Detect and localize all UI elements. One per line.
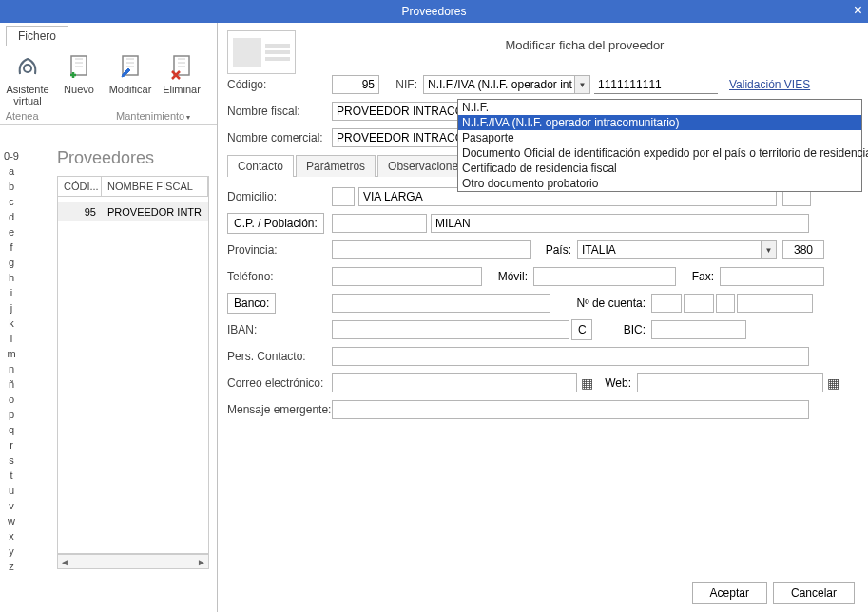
movil-input[interactable] <box>533 267 676 286</box>
cp-poblacion-button[interactable]: C.P. / Población: <box>227 213 324 234</box>
alpha-e[interactable]: e <box>9 224 14 239</box>
tab-contacto[interactable]: Contacto <box>227 155 294 177</box>
alpha-u[interactable]: u <box>9 483 14 498</box>
qr-icon[interactable]: ▦ <box>581 375 593 391</box>
nif-option[interactable]: Otro documento probatorio <box>458 176 861 191</box>
alpha-l[interactable]: l <box>10 331 12 346</box>
alpha-f[interactable]: f <box>10 239 12 255</box>
alpha-n[interactable]: n <box>9 361 14 376</box>
image-placeholder-icon[interactable] <box>227 30 296 74</box>
correo-input[interactable] <box>332 373 577 392</box>
alpha-t[interactable]: t <box>10 468 12 483</box>
alpha-j[interactable]: j <box>10 300 12 316</box>
alpha-b[interactable]: b <box>9 179 14 194</box>
alpha-ñ[interactable]: ñ <box>9 376 14 392</box>
alpha-y[interactable]: y <box>9 544 14 559</box>
alpha-r[interactable]: r <box>10 437 13 452</box>
alpha-s[interactable]: s <box>9 452 14 468</box>
nif-option[interactable]: N.I.F./IVA (N.I.F. operador intracomunit… <box>458 115 861 130</box>
nif-value-input[interactable] <box>594 75 718 94</box>
pais-combo[interactable]: ▼ <box>577 240 777 259</box>
horizontal-scrollbar[interactable]: ◄ ► <box>57 554 209 569</box>
banco-input[interactable] <box>332 294 550 313</box>
alpha-i[interactable]: i <box>10 285 12 300</box>
chevron-down-icon[interactable]: ▼ <box>574 76 589 93</box>
label-fax: Fax: <box>676 270 714 283</box>
ribbon-group-mantenimiento[interactable]: Mantenimiento <box>97 110 209 122</box>
mensaje-input[interactable] <box>332 400 809 419</box>
svg-point-0 <box>24 65 31 72</box>
poblacion-input[interactable] <box>431 214 809 233</box>
codigo-input[interactable] <box>332 75 379 94</box>
label-cuenta: Nº de cuenta: <box>550 296 646 310</box>
assistant-icon <box>12 51 43 82</box>
ribbon-group-atenea: Atenea <box>4 110 40 122</box>
validacion-vies-link[interactable]: Validación VIES <box>729 78 810 91</box>
alpha-m[interactable]: m <box>7 346 15 361</box>
label-domicilio: Domicilio: <box>227 190 332 203</box>
alpha-x[interactable]: x <box>9 528 14 544</box>
eliminar-button[interactable]: Eliminar <box>158 51 205 106</box>
nif-option[interactable]: Certificado de residencia fiscal <box>458 161 861 176</box>
alpha-v[interactable]: v <box>9 498 14 513</box>
file-tab[interactable]: Fichero <box>6 26 68 46</box>
alpha-o[interactable]: o <box>9 392 14 407</box>
aceptar-button[interactable]: Aceptar <box>692 582 767 604</box>
panel-title: Proveedores <box>57 148 209 168</box>
alpha-h[interactable]: h <box>9 270 14 285</box>
cuenta1-input[interactable] <box>651 294 682 313</box>
scroll-left-icon[interactable]: ◄ <box>58 557 71 567</box>
pais-input[interactable] <box>577 240 777 259</box>
nif-option[interactable]: Documento Oficial de identificación expe… <box>458 145 861 161</box>
asistente-virtual-button[interactable]: Asistente virtual <box>4 51 51 106</box>
close-icon[interactable]: × <box>854 2 862 19</box>
cell-nombre: PROVEEDOR INTR <box>102 202 208 221</box>
alpha-0-9[interactable]: 0-9 <box>4 148 19 163</box>
alpha-g[interactable]: g <box>9 255 14 270</box>
label-nombre-fiscal: Nombre fiscal: <box>227 105 332 118</box>
label-pais: País: <box>531 243 571 257</box>
cp-input[interactable] <box>332 214 427 233</box>
col-codigo[interactable]: CÓDI... <box>58 177 102 196</box>
alpha-a[interactable]: a <box>9 163 14 179</box>
nif-type-combo[interactable]: ▼ <box>423 75 590 94</box>
tab-parametros[interactable]: Parámetros <box>296 155 376 177</box>
pers-contacto-input[interactable] <box>332 347 809 366</box>
table-row[interactable]: 95 PROVEEDOR INTR <box>57 202 209 221</box>
form-title: Modificar ficha del proveedor <box>315 38 855 52</box>
qr-icon[interactable]: ▦ <box>827 375 839 391</box>
telefono-input[interactable] <box>332 267 482 286</box>
nif-option[interactable]: Pasaporte <box>458 130 861 145</box>
titlebar: Proveedores × <box>0 0 868 23</box>
providers-list-panel: Proveedores CÓDI... NOMBRE FISCAL 95 PRO… <box>57 148 209 569</box>
alpha-q[interactable]: q <box>9 422 14 437</box>
label-provincia: Provincia: <box>227 243 332 257</box>
domicilio-prefix-input[interactable] <box>332 187 355 206</box>
nif-type-input[interactable] <box>423 75 590 94</box>
col-nombre-fiscal[interactable]: NOMBRE FISCAL <box>102 177 208 196</box>
scroll-right-icon[interactable]: ► <box>195 557 208 567</box>
alpha-w[interactable]: w <box>8 513 15 528</box>
iban-input[interactable] <box>332 320 569 339</box>
alpha-d[interactable]: d <box>9 209 14 224</box>
alpha-k[interactable]: k <box>9 316 14 331</box>
cuenta3-input[interactable] <box>716 294 735 313</box>
alpha-p[interactable]: p <box>9 407 14 422</box>
provincia-input[interactable] <box>332 240 531 259</box>
compute-iban-button[interactable]: C <box>571 319 592 340</box>
cancelar-button[interactable]: Cancelar <box>773 582 855 604</box>
banco-button[interactable]: Banco: <box>227 293 276 314</box>
label-web: Web: <box>597 376 631 390</box>
nif-option[interactable]: N.I.F. <box>458 100 861 115</box>
alpha-z[interactable]: z <box>9 559 14 574</box>
web-input[interactable] <box>637 373 823 392</box>
nuevo-button[interactable]: Nuevo <box>55 51 103 106</box>
alpha-c[interactable]: c <box>9 194 14 209</box>
fax-input[interactable] <box>720 267 824 286</box>
modificar-button[interactable]: Modificar <box>106 51 154 106</box>
pais-code-input[interactable] <box>782 240 824 259</box>
chevron-down-icon[interactable]: ▼ <box>761 241 776 258</box>
cuenta2-input[interactable] <box>684 294 714 313</box>
cuenta4-input[interactable] <box>737 294 813 313</box>
bic-input[interactable] <box>651 320 746 339</box>
